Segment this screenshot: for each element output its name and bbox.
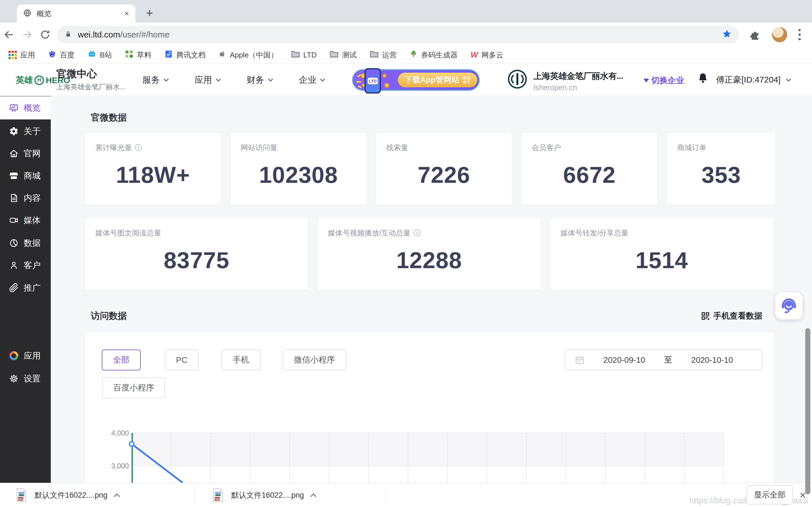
data-point-marker <box>130 442 134 446</box>
chevron-down-icon <box>163 76 168 81</box>
baidu-paw-icon <box>48 50 56 60</box>
apps-colorwheel-icon <box>9 351 18 360</box>
qr-icon <box>463 76 470 84</box>
new-tab-button[interactable]: + <box>146 7 153 19</box>
user-menu[interactable]: 傅正豪[ID:47204] <box>716 64 790 96</box>
qr-icon <box>701 312 710 321</box>
downloads-close-icon[interactable]: × <box>800 489 806 501</box>
bookmark-bilibili[interactable]: B站 <box>87 50 112 60</box>
bookmark-tencent-docs[interactable]: 腾讯文档 <box>164 50 206 60</box>
sidebar-item-settings[interactable]: 设置 <box>0 367 51 390</box>
globe-favicon-icon <box>23 9 32 18</box>
bookmark-folder-test[interactable]: 测试 <box>329 50 357 60</box>
png-file-icon: PNG <box>212 488 224 502</box>
bookmark-folder-ops[interactable]: 运营 <box>370 50 397 60</box>
download-file-name: 默认文件16022....png <box>35 490 107 500</box>
info-icon[interactable]: ⓘ <box>135 143 142 153</box>
folder-icon <box>329 50 339 60</box>
address-bar[interactable]: wei.ltd.com/user/#/home <box>57 26 739 43</box>
stat-card-site-visits: 网站访问量 102308 <box>231 132 366 205</box>
apple-icon <box>218 50 226 60</box>
sidebar-item-apps[interactable]: 应用 <box>0 344 51 367</box>
stat-card-leads: 线索量 7226 <box>376 132 512 205</box>
bookmark-apple[interactable]: Apple（中国） <box>218 50 278 60</box>
sidebar-item-promotion[interactable]: 推广 <box>0 276 51 299</box>
forward-icon[interactable] <box>18 29 36 40</box>
browser-tab[interactable]: 概览 × <box>17 4 135 22</box>
calendar-icon <box>575 355 585 365</box>
sidebar-item-about[interactable]: 关于 <box>0 120 51 143</box>
sidebar-item-mall[interactable]: 商城 <box>0 164 51 187</box>
company-name: 上海英雄金笔厂丽水有... <box>534 70 623 82</box>
nav-finance[interactable]: 财务 <box>247 74 272 86</box>
bookmarks-bar: 应用 百度 B站 草料 腾讯文档 <box>0 47 812 64</box>
bookmark-star-icon[interactable] <box>722 29 732 40</box>
png-file-icon: PNG <box>15 488 28 502</box>
reload-icon[interactable] <box>36 29 54 40</box>
sidebar-item-overview[interactable]: 概览 <box>0 96 51 119</box>
top-nav: 服务 应用 财务 企业 <box>142 64 324 96</box>
chart-band <box>132 433 724 466</box>
download-item-1[interactable]: PNG 默认文件16022....png <box>15 483 119 507</box>
tab-close-icon[interactable]: × <box>124 9 129 18</box>
chevron-down-icon <box>216 76 221 81</box>
show-all-button[interactable]: 显示全部 <box>747 485 793 504</box>
apps-grid-icon <box>8 51 17 59</box>
nav-services[interactable]: 服务 <box>142 74 168 86</box>
mobile-view-data-link[interactable]: 手机查看数据 <box>701 311 762 322</box>
profile-avatar[interactable] <box>772 27 787 42</box>
filter-pc[interactable]: PC <box>165 349 199 371</box>
stat-value: 118W+ <box>95 153 211 205</box>
bookmark-caoliao[interactable]: 草料 <box>125 50 151 60</box>
filter-baidu-miniprogram[interactable]: 百度小程序 <box>102 378 165 398</box>
url-host: wei.ltd.com <box>78 30 120 39</box>
overview-icon <box>9 103 18 113</box>
caret-up-icon[interactable] <box>114 493 120 499</box>
sidebar-item-data[interactable]: 数据 <box>0 231 51 255</box>
browser-menu-icon[interactable] <box>799 29 801 40</box>
switch-company-link[interactable]: 切换企业 <box>644 75 684 86</box>
support-chat-button[interactable] <box>775 292 802 320</box>
nav-apps[interactable]: 应用 <box>195 74 220 86</box>
app-download-banner[interactable]: LTD 下载App管网站 <box>352 69 479 91</box>
bookmark-folder-ltd[interactable]: LTD <box>291 50 317 60</box>
sidebar-item-website[interactable]: 官网 <box>0 142 51 165</box>
back-icon[interactable] <box>0 29 18 40</box>
extensions-puzzle-icon[interactable] <box>749 29 761 41</box>
stat-card-video-plays: 媒体号视频播放/互动总量ⓘ 12288 <box>317 218 541 290</box>
company-logo <box>507 69 528 91</box>
media-camera-icon <box>9 216 18 225</box>
date-range-picker[interactable]: 2020-09-10 至 2020-10-10 <box>565 349 762 371</box>
sidebar-item-customer[interactable]: 客户 <box>0 254 51 277</box>
download-app-button[interactable]: 下载App管网站 <box>398 73 477 87</box>
folder-icon <box>291 50 300 60</box>
bookmark-wangduoyun[interactable]: W 网多云 <box>470 50 503 60</box>
settings-gear-icon <box>9 374 18 383</box>
info-icon[interactable]: ⓘ <box>413 228 421 238</box>
promotion-clip-icon <box>9 283 18 293</box>
bookmark-baidu[interactable]: 百度 <box>48 50 74 60</box>
sidebar-item-content[interactable]: 内容 <box>0 186 51 210</box>
caret-up-icon[interactable] <box>310 493 316 499</box>
sidebar-item-media[interactable]: 媒体 <box>0 209 51 232</box>
filter-wechat-miniprogram[interactable]: 微信小程序 <box>283 349 346 371</box>
scrollbar-thumb[interactable] <box>805 328 810 494</box>
bookmark-apps[interactable]: 应用 <box>8 50 35 60</box>
notification-bell-icon[interactable] <box>697 72 709 85</box>
page-subtitle: 上海英雄金笔厂丽水... <box>56 82 126 92</box>
w-red-icon: W <box>470 50 478 59</box>
page-title: 官微中心 <box>56 67 97 81</box>
tree-icon <box>410 50 417 60</box>
date-separator: 至 <box>664 354 672 365</box>
filter-mobile[interactable]: 手机 <box>221 349 260 371</box>
download-item-2[interactable]: PNG 默认文件16022....png <box>212 483 315 507</box>
bookmark-coupon-gen[interactable]: 券码生成器 <box>410 50 458 60</box>
nav-enterprise[interactable]: 企业 <box>299 74 324 86</box>
url-path: /user/#/home <box>120 30 169 39</box>
filter-all[interactable]: 全部 <box>102 349 141 371</box>
date-to: 2020-10-10 <box>672 355 752 365</box>
stat-value: 83775 <box>95 238 298 290</box>
user-name: 傅正豪[ID:47204] <box>716 74 780 86</box>
bilibili-icon <box>87 50 96 60</box>
browser-tab-bar: 概览 × + <box>0 0 812 22</box>
